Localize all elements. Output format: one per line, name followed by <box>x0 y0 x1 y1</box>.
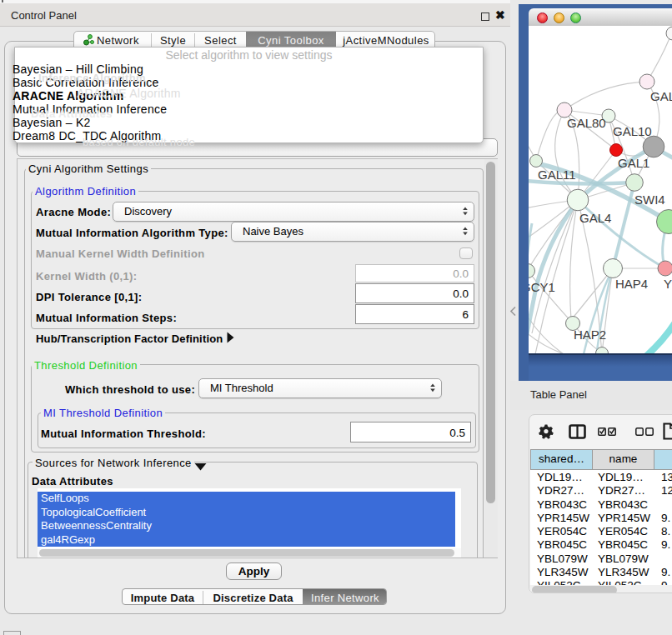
svg-text:GAL11: GAL11 <box>538 168 576 182</box>
svg-text:SWI4: SWI4 <box>634 192 665 207</box>
svg-text:GAL7: GAL7 <box>650 89 672 103</box>
svg-text:HAP2: HAP2 <box>574 328 606 342</box>
svg-text:HAP4: HAP4 <box>615 277 648 291</box>
svg-text:Y: Y <box>664 277 672 291</box>
svg-text:GAL10: GAL10 <box>613 124 652 138</box>
svg-text:GCY1: GCY1 <box>529 280 555 294</box>
svg-text:GAL1: GAL1 <box>618 156 649 170</box>
svg-text:GAL80: GAL80 <box>567 116 606 130</box>
svg-text:GAL4: GAL4 <box>579 211 611 225</box>
